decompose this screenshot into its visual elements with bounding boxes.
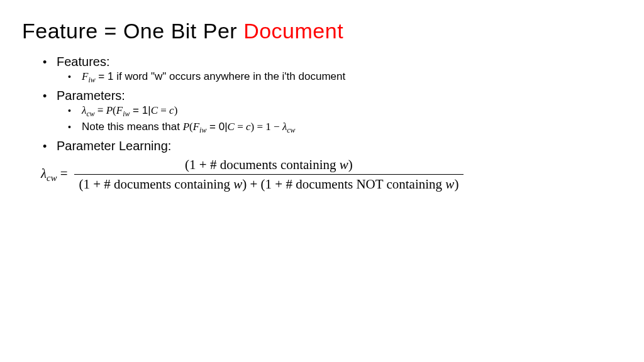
fraction: (1 + # documents containing w) (1 + # do… bbox=[74, 157, 464, 192]
subscript-iw: iw bbox=[199, 126, 206, 134]
parameter-definition: λcw ≡ P(Fiw = 1|C = c) bbox=[82, 104, 622, 119]
symbol-F: F bbox=[193, 121, 199, 133]
symbol-w: w bbox=[340, 157, 348, 172]
features-definition: Fiw = 1 if word "w" occurs anywhere in t… bbox=[82, 70, 622, 85]
symbol-P: P bbox=[183, 121, 189, 133]
symbol-c: c bbox=[246, 121, 251, 133]
parameter-note: Note this means that P(Fiw = 0|C = c) = … bbox=[82, 121, 622, 135]
symbol-C: C bbox=[228, 121, 235, 133]
note-prefix: Note this means that bbox=[82, 121, 183, 133]
symbol-lambda: λ bbox=[41, 166, 47, 181]
subscript-iw: iw bbox=[123, 110, 130, 119]
features-section: Features: Fiw = 1 if word "w" occurs any… bbox=[57, 55, 622, 85]
subscript-cw: cw bbox=[287, 126, 295, 134]
symbol-P: P bbox=[106, 104, 113, 116]
lhs-eq: = bbox=[57, 166, 67, 181]
den-a: (1 + # documents containing bbox=[79, 177, 234, 192]
subscript-iw: iw bbox=[88, 75, 95, 84]
param-mid: = 1| bbox=[130, 104, 150, 116]
subscript-cw: cw bbox=[47, 173, 57, 183]
equiv-symbol: ≡ bbox=[95, 104, 106, 116]
numerator: (1 + # documents containing w) bbox=[180, 157, 358, 174]
learning-formula: λcw = (1 + # documents containing w) (1 … bbox=[41, 157, 622, 192]
symbol-w: w bbox=[445, 177, 454, 192]
num-close: ) bbox=[348, 157, 353, 172]
title-prefix: Feature = One Bit Per bbox=[22, 19, 243, 43]
eq-symbol: = bbox=[235, 121, 246, 133]
slide-title: Feature = One Bit Per Document bbox=[22, 19, 622, 43]
parameters-section: Parameters: λcw ≡ P(Fiw = 1|C = c) Note … bbox=[57, 89, 622, 135]
symbol-F: F bbox=[116, 104, 123, 116]
symbol-F: F bbox=[82, 70, 88, 82]
parameters-label: Parameters: bbox=[57, 89, 125, 102]
den-mid: ) + (1 + # documents NOT containing bbox=[242, 177, 445, 192]
symbol-C: C bbox=[151, 104, 158, 116]
num-text: (1 + # documents containing bbox=[185, 157, 340, 172]
close-paren: ) bbox=[174, 104, 178, 116]
features-label: Features: bbox=[57, 55, 109, 69]
eq-symbol: = bbox=[158, 104, 169, 116]
den-end: ) bbox=[454, 177, 458, 192]
symbol-c: c bbox=[169, 104, 174, 116]
learning-section: Parameter Learning: bbox=[57, 139, 622, 153]
features-text: = 1 if word "w" occurs anywhere in the i… bbox=[96, 70, 346, 82]
title-highlight: Document bbox=[243, 19, 343, 43]
note-end: = 1 − bbox=[254, 121, 282, 133]
denominator: (1 + # documents containing w) + (1 + # … bbox=[74, 174, 464, 192]
subscript-cw: cw bbox=[86, 110, 94, 119]
symbol-w: w bbox=[233, 177, 242, 192]
learning-label: Parameter Learning: bbox=[57, 139, 171, 153]
note-mid: = 0| bbox=[206, 121, 227, 133]
content-list: Features: Fiw = 1 if word "w" occurs any… bbox=[22, 55, 622, 153]
